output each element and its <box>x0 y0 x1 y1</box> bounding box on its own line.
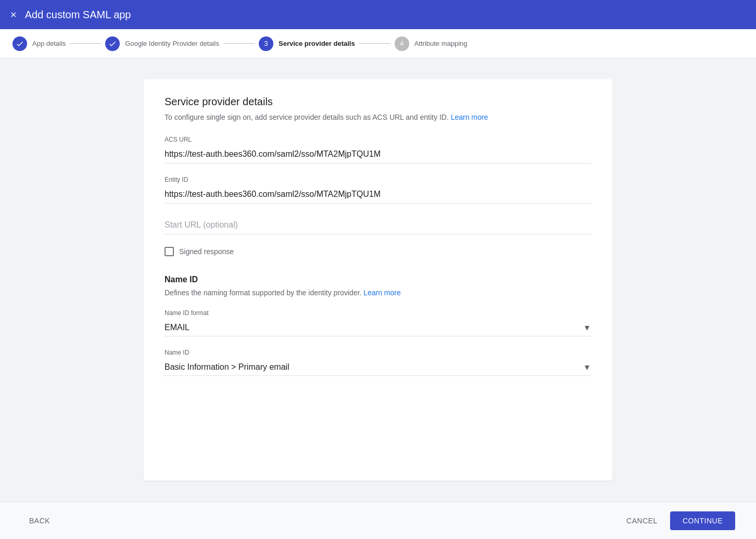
name-id-format-wrapper: EMAIL PERSISTENT UNSPECIFIED ▾ <box>165 319 591 336</box>
name-id-field-group: Name ID Basic Information > Primary emai… <box>165 349 591 376</box>
name-id-select[interactable]: Basic Information > Primary email <box>165 358 591 376</box>
step-3-label: Service provider details <box>279 40 355 47</box>
step-3: 3 Service provider details <box>259 36 355 51</box>
card-description: To configure single sign on, add service… <box>165 113 591 121</box>
step-connector-2 <box>223 43 255 44</box>
back-button[interactable]: BACK <box>21 512 58 529</box>
close-button[interactable]: × <box>10 9 17 21</box>
learn-more-link-name-id[interactable]: Learn more <box>363 289 401 297</box>
step-1: App details <box>12 36 66 51</box>
page-title: Add custom SAML app <box>25 9 131 21</box>
name-id-format-select[interactable]: EMAIL PERSISTENT UNSPECIFIED <box>165 319 591 336</box>
main-content: Service provider details To configure si… <box>0 58 756 502</box>
start-url-field-group <box>165 216 591 234</box>
start-url-input[interactable] <box>165 216 591 234</box>
step-3-circle: 3 <box>259 36 273 51</box>
step-1-circle <box>12 36 27 51</box>
step-2: Google Identity Provider details <box>105 36 219 51</box>
continue-button[interactable]: CONTINUE <box>670 511 735 530</box>
footer-right: CANCEL CONTINUE <box>618 511 735 530</box>
footer-left: BACK <box>21 512 58 529</box>
acs-url-value: https://test-auth.bees360.com/saml2/sso/… <box>165 145 591 164</box>
name-id-label: Name ID <box>165 349 591 356</box>
step-4-circle: 4 <box>395 36 409 51</box>
step-2-label: Google Identity Provider details <box>125 40 219 47</box>
acs-url-field-group: ACS URL https://test-auth.bees360.com/sa… <box>165 136 591 164</box>
step-connector-1 <box>70 43 101 44</box>
step-connector-3 <box>359 43 390 44</box>
footer: BACK CANCEL CONTINUE <box>0 502 756 539</box>
entity-id-field-group: Entity ID https://test-auth.bees360.com/… <box>165 176 591 204</box>
acs-url-label: ACS URL <box>165 136 591 143</box>
signed-response-row: Signed response <box>165 247 591 256</box>
step-1-label: App details <box>32 40 66 47</box>
entity-id-value: https://test-auth.bees360.com/saml2/sso/… <box>165 185 591 204</box>
learn-more-link-top[interactable]: Learn more <box>451 113 488 121</box>
header: × Add custom SAML app <box>0 0 756 29</box>
step-4-label: Attribute mapping <box>414 40 468 47</box>
name-id-format-field-group: Name ID format EMAIL PERSISTENT UNSPECIF… <box>165 309 591 336</box>
name-id-format-label: Name ID format <box>165 309 591 317</box>
entity-id-label: Entity ID <box>165 176 591 183</box>
service-provider-card: Service provider details To configure si… <box>144 79 612 481</box>
step-2-circle <box>105 36 120 51</box>
name-id-wrapper: Basic Information > Primary email ▾ <box>165 358 591 376</box>
signed-response-label: Signed response <box>179 247 234 256</box>
name-id-section-title: Name ID <box>165 275 591 284</box>
stepper: App details Google Identity Provider det… <box>0 29 756 58</box>
step-4: 4 Attribute mapping <box>395 36 468 51</box>
signed-response-checkbox[interactable] <box>165 247 174 256</box>
card-title: Service provider details <box>165 96 591 108</box>
name-id-section-description: Defines the naming format supported by t… <box>165 289 591 297</box>
cancel-button[interactable]: CANCEL <box>618 512 666 529</box>
